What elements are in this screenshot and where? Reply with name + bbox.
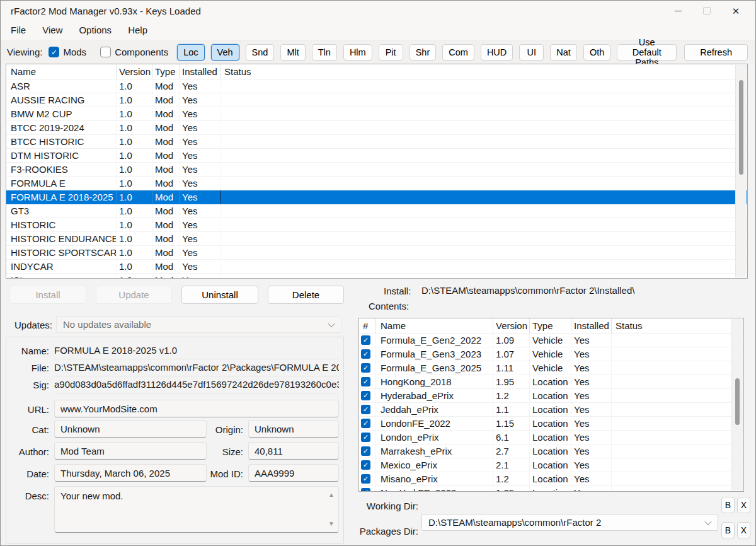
- detail-origin-field[interactable]: Unknown: [248, 420, 339, 438]
- row-checkbox-checked[interactable]: [361, 377, 370, 386]
- cell-name: DTM HISTORIC: [6, 149, 117, 162]
- filter-button-ui[interactable]: UI: [519, 44, 544, 61]
- detail-size-field[interactable]: 40,811: [248, 442, 339, 460]
- filter-button-veh[interactable]: Veh: [211, 44, 239, 61]
- working-dir-browse-button[interactable]: B: [721, 497, 735, 513]
- menu-item-file[interactable]: File: [3, 21, 34, 40]
- filter-button-com[interactable]: Com: [442, 44, 474, 61]
- table-row[interactable]: BTCC 2019-20241.0ModYes: [6, 121, 747, 135]
- list-item[interactable]: Jeddah_ePrix1.1LocationYes: [359, 403, 743, 417]
- updates-dropdown[interactable]: No updates available: [56, 316, 341, 333]
- row-checkbox-checked[interactable]: [361, 474, 370, 484]
- row-checkbox-checked[interactable]: [361, 391, 370, 400]
- mods-checkbox[interactable]: [49, 47, 59, 57]
- detail-url-field[interactable]: www.YourModSite.com: [54, 400, 339, 417]
- table-row[interactable]: BTCC HISTORIC1.0ModYes: [6, 135, 747, 149]
- list-item[interactable]: LondonFE_20221.15LocationYes: [359, 417, 743, 431]
- row-checkbox-checked[interactable]: [361, 363, 370, 373]
- table-row[interactable]: INDYCAR1.0ModYes: [6, 260, 747, 274]
- close-button[interactable]: ✕: [721, 1, 750, 21]
- table-row[interactable]: ISI1.0ModYes: [6, 274, 747, 279]
- menu-item-options[interactable]: Options: [71, 21, 120, 40]
- contents-column-header-name[interactable]: Name: [376, 318, 493, 333]
- menu-item-help[interactable]: Help: [120, 21, 156, 40]
- detail-file-value[interactable]: D:\STEAM\steamapps\common\rFactor 2\Pack…: [54, 362, 339, 376]
- list-item[interactable]: Hyderabad_ePrix1.2LocationYes: [359, 389, 743, 403]
- contents-column-header-version[interactable]: Version: [493, 318, 530, 333]
- table-row[interactable]: F3-ROOKIES1.0ModYes: [6, 163, 747, 177]
- filter-button-pit[interactable]: Pit: [379, 44, 403, 61]
- table-row[interactable]: HISTORIC SPORTSCAR1.0ModYes: [6, 246, 747, 260]
- filter-button-nat[interactable]: Nat: [550, 44, 577, 61]
- detail-sig-value[interactable]: a90d083d0a5d6ffadf31126d445e7df15697242d…: [54, 379, 339, 393]
- mod-list-body: ASR1.0ModYesAUSSIE RACING1.0ModYesBMW M2…: [6, 79, 747, 279]
- column-header-status[interactable]: Status: [220, 64, 747, 79]
- column-header-type[interactable]: Type: [152, 64, 180, 79]
- contents-list-scroll-thumb[interactable]: [735, 378, 740, 425]
- list-item[interactable]: NewYorkFE_20201.35LocationYes: [359, 486, 743, 492]
- contents-column-header-status[interactable]: Status: [612, 318, 743, 333]
- row-checkbox-checked[interactable]: [361, 446, 370, 456]
- contents-list-scrollbar[interactable]: [731, 319, 743, 491]
- list-item[interactable]: Misano_ePrix1.2LocationYes: [359, 472, 743, 486]
- packages-dir-clear-button[interactable]: X: [737, 522, 750, 538]
- filter-button-snd[interactable]: Snd: [246, 44, 275, 61]
- scroll-up-icon[interactable]: ▲: [328, 492, 335, 498]
- list-item[interactable]: Formula_E_Gen3_20251.11VehicleYes: [359, 361, 743, 375]
- mod-list-scrollbar[interactable]: [735, 65, 747, 277]
- contents-column-header-num[interactable]: #: [359, 318, 376, 333]
- working-dir-clear-button[interactable]: X: [737, 497, 750, 513]
- list-item[interactable]: Marrakesh_ePrix2.7LocationYes: [359, 444, 743, 458]
- menu-item-view[interactable]: View: [34, 21, 71, 40]
- delete-button[interactable]: Delete: [268, 286, 344, 304]
- uninstall-button[interactable]: Uninstall: [181, 286, 258, 304]
- table-row[interactable]: GT31.0ModYes: [6, 204, 747, 218]
- components-checkbox[interactable]: [100, 47, 111, 57]
- table-row[interactable]: FORMULA E1.0ModYes: [6, 177, 747, 190]
- list-item[interactable]: Formula_E_Gen2_20221.09VehicleYes: [359, 334, 743, 347]
- filter-button-mlt[interactable]: Mlt: [280, 44, 305, 61]
- row-checkbox-checked[interactable]: [361, 335, 370, 345]
- table-row[interactable]: HISTORIC ENDURANCE1.0ModYes: [6, 232, 747, 246]
- filter-button-tln[interactable]: Tln: [312, 44, 337, 61]
- mod-list-scroll-thumb[interactable]: [739, 80, 743, 175]
- filter-button-oth[interactable]: Oth: [583, 44, 610, 61]
- mods-checkbox-label[interactable]: Mods: [63, 47, 86, 57]
- filter-button-hlm[interactable]: Hlm: [343, 44, 372, 61]
- list-item[interactable]: Formula_E_Gen3_20231.07VehicleYes: [359, 347, 743, 361]
- table-row[interactable]: DTM HISTORIC1.0ModYes: [6, 149, 747, 163]
- detail-desc-field[interactable]: Your new mod. ▲ ▼: [54, 486, 339, 533]
- row-checkbox-checked[interactable]: [361, 419, 370, 428]
- row-checkbox-checked[interactable]: [361, 349, 370, 359]
- components-checkbox-label[interactable]: Components: [115, 47, 168, 57]
- row-checkbox-checked[interactable]: [361, 433, 370, 442]
- packages-dir-browse-button[interactable]: B: [721, 522, 735, 538]
- use-default-paths-button[interactable]: Use Default Paths: [617, 44, 677, 61]
- list-item[interactable]: London_ePrix6.1LocationYes: [359, 431, 743, 444]
- table-row[interactable]: FORMULA E 2018-20251.0ModYes: [6, 190, 747, 204]
- table-row[interactable]: ASR1.0ModYes: [6, 79, 747, 93]
- contents-column-header-installed[interactable]: Installed: [571, 318, 612, 333]
- refresh-button[interactable]: Refresh: [684, 44, 748, 61]
- row-checkbox-checked[interactable]: [361, 460, 370, 470]
- column-header-name[interactable]: Name: [6, 64, 117, 79]
- column-header-version[interactable]: Version: [117, 64, 152, 79]
- contents-column-header-type[interactable]: Type: [530, 318, 571, 333]
- minimize-button[interactable]: [663, 1, 692, 21]
- row-checkbox-checked[interactable]: [361, 488, 370, 492]
- list-item[interactable]: HongKong_20181.95LocationYes: [359, 375, 743, 389]
- row-checkbox-checked[interactable]: [361, 405, 370, 414]
- filter-button-hud[interactable]: HUD: [481, 44, 513, 61]
- table-row[interactable]: BMW M2 CUP1.0ModYes: [6, 107, 747, 121]
- working-dir-dropdown[interactable]: D:\STEAM\steamapps\common\rFactor 2: [421, 514, 718, 531]
- minimize-icon: [675, 11, 682, 11]
- filter-button-loc[interactable]: Loc: [177, 44, 204, 61]
- detail-modid-field[interactable]: AAA9999: [248, 464, 339, 482]
- cell-installed: Yes: [180, 93, 220, 107]
- column-header-installed[interactable]: Installed: [180, 64, 220, 79]
- table-row[interactable]: HISTORIC1.0ModYes: [6, 218, 747, 232]
- detail-name-value[interactable]: FORMULA E 2018-2025 v1.0: [54, 345, 339, 359]
- list-item[interactable]: Mexico_ePrix2.1LocationYes: [359, 458, 743, 472]
- filter-button-shr[interactable]: Shr: [410, 44, 437, 61]
- table-row[interactable]: AUSSIE RACING1.0ModYes: [6, 93, 747, 107]
